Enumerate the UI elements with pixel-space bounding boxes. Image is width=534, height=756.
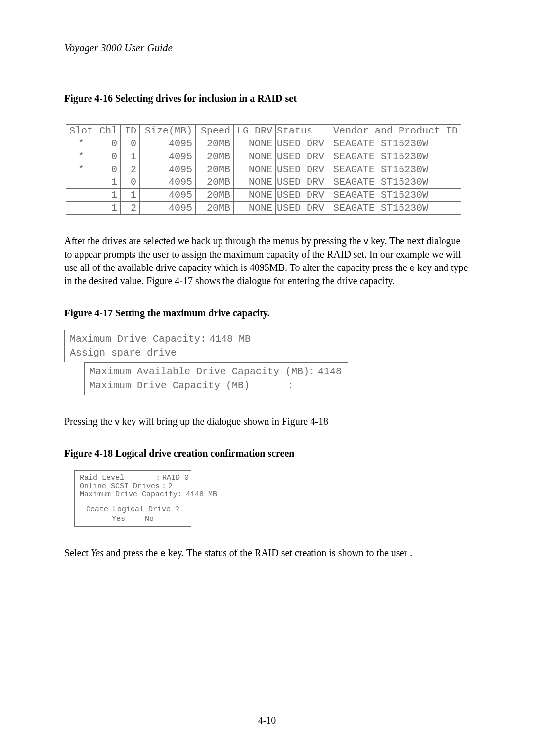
cell: SEAGATE ST15230W [330, 176, 461, 189]
fig18-lower: Ceate Logical Drive ? Yes No [75, 502, 191, 526]
cell: 4095 [140, 189, 196, 202]
fig18-kv-label: Raid Level [80, 474, 154, 482]
figure-4-16-table: Slot Chl ID Size(MB) Speed LG_DRV Status… [66, 124, 470, 215]
cell: 0 [121, 137, 140, 150]
table-row: 10409520MBNONEUSED DRVSEAGATE ST15230W [66, 176, 461, 189]
fig17-top-line1-value: 4148 MB [206, 332, 251, 346]
cell: USED DRV [276, 163, 330, 176]
cell: 4095 [140, 150, 196, 163]
cell: 0 [121, 176, 140, 189]
page-number: 4-10 [0, 715, 534, 726]
cell: 20MB [196, 189, 234, 202]
cell: 1 [121, 189, 140, 202]
cell: USED DRV [276, 189, 330, 202]
fig17-bot-line2-label: Maximum Drive Capacity (MB) [89, 379, 287, 393]
figure-4-17: Maximum Drive Capacity: 4148 MB Assign s… [64, 330, 470, 395]
cell: SEAGATE ST15230W [330, 163, 461, 176]
fig18-kv-row: Maximum Drive Capacity:4148 MB [80, 490, 186, 499]
fig17-bot-line1-value: 4148 [315, 365, 342, 379]
figure-4-18: Raid Level:RAID 0Online SCSI Drives:2Max… [74, 470, 470, 527]
cell: * [66, 137, 96, 150]
cell: * [66, 163, 96, 176]
table-row: *01409520MBNONEUSED DRVSEAGATE ST15230W [66, 150, 461, 163]
fig17-top-line2: Assign spare drive [70, 346, 251, 360]
figure-4-17-caption: Figure 4-17 Setting the maximum drive ca… [64, 308, 470, 319]
table-row: *00409520MBNONEUSED DRVSEAGATE ST15230W [66, 137, 461, 150]
table-row: *02409520MBNONEUSED DRVSEAGATE ST15230W [66, 163, 461, 176]
fig17-top-box: Maximum Drive Capacity: 4148 MB Assign s… [64, 330, 257, 362]
cell: 1 [96, 176, 121, 189]
fig18-kv-value: RAID 0 [162, 474, 189, 482]
col-vendor: Vendor and Product ID [330, 125, 461, 137]
cell: 4095 [140, 163, 196, 176]
col-status: Status [276, 125, 330, 137]
cell: 0 [96, 150, 121, 163]
cell: NONE [234, 137, 276, 150]
cell: USED DRV [276, 150, 330, 163]
paragraph-after-fig16: After the drives are selected we back up… [64, 234, 470, 288]
p3-b: and press the [104, 547, 160, 558]
cell: 20MB [196, 163, 234, 176]
cell: USED DRV [276, 176, 330, 189]
cell: 4095 [140, 202, 196, 215]
cell: SEAGATE ST15230W [330, 137, 461, 150]
cell: SEAGATE ST15230W [330, 189, 461, 202]
cell: NONE [234, 176, 276, 189]
cell: 2 [121, 202, 140, 215]
p2-b: key will bring up the dialogue shown in … [120, 416, 328, 427]
cell: 1 [121, 150, 140, 163]
col-id: ID [121, 125, 140, 137]
cell: 0 [96, 163, 121, 176]
key-v: v [363, 236, 368, 246]
paragraph-after-fig17: Pressing the v key will bring up the dia… [64, 415, 470, 428]
p1-a: After the drives are selected we back up… [64, 235, 363, 246]
fig18-kv-sep: : [154, 474, 162, 482]
drive-table: Slot Chl ID Size(MB) Speed LG_DRV Status… [66, 124, 461, 215]
col-lgdrv: LG_DRV [234, 125, 276, 137]
p3-a: Select [64, 547, 91, 558]
fig18-yes: Yes [112, 515, 125, 523]
col-size: Size(MB) [140, 125, 196, 137]
cell: 20MB [196, 137, 234, 150]
cell [66, 176, 96, 189]
figure-4-18-caption: Figure 4-18 Logical drive creation confi… [64, 448, 470, 459]
fig18-kv-value: 2 [168, 482, 173, 490]
fig18-kv-label: Online SCSI Drives [80, 482, 160, 490]
col-chl: Chl [96, 125, 121, 137]
cell [66, 202, 96, 215]
table-row: 12409520MBNONEUSED DRVSEAGATE ST15230W [66, 202, 461, 215]
cell: 20MB [196, 202, 234, 215]
cell: 0 [96, 137, 121, 150]
cell: NONE [234, 150, 276, 163]
cell: USED DRV [276, 137, 330, 150]
cell: NONE [234, 202, 276, 215]
cell: NONE [234, 189, 276, 202]
cell: 4095 [140, 137, 196, 150]
fig17-bot-line1-label: Maximum Available Drive Capacity (MB): [89, 365, 315, 379]
cell [66, 189, 96, 202]
running-header: Voyager 3000 User Guide [64, 42, 470, 54]
cell: SEAGATE ST15230W [330, 150, 461, 163]
fig18-kv-label: Maximum Drive Capacity: [80, 490, 182, 499]
fig18-kv-value: 4148 MB [186, 490, 217, 499]
key-e: e [410, 263, 415, 273]
figure-4-16-caption: Figure 4-16 Selecting drives for inclusi… [64, 93, 470, 104]
cell: NONE [234, 163, 276, 176]
cell: 1 [96, 202, 121, 215]
cell: 2 [121, 163, 140, 176]
cell: 1 [96, 189, 121, 202]
fig18-kv-sep: : [160, 482, 168, 490]
fig18-kv-row: Online SCSI Drives:2 [80, 482, 186, 490]
drive-table-header-row: Slot Chl ID Size(MB) Speed LG_DRV Status… [66, 125, 461, 137]
table-row: 11409520MBNONEUSED DRVSEAGATE ST15230W [66, 189, 461, 202]
fig18-kv-row: Raid Level:RAID 0 [80, 474, 186, 482]
cell: 20MB [196, 176, 234, 189]
fig18-no: No [145, 515, 154, 523]
cell: USED DRV [276, 202, 330, 215]
p2-a: Pressing the [64, 416, 115, 427]
cell: 4095 [140, 176, 196, 189]
paragraph-after-fig18: Select Yes and press the e key. The stat… [64, 546, 470, 560]
p3-yes: Yes [91, 547, 104, 558]
fig18-prompt: Ceate Logical Drive ? [80, 505, 186, 514]
col-speed: Speed [196, 125, 234, 137]
